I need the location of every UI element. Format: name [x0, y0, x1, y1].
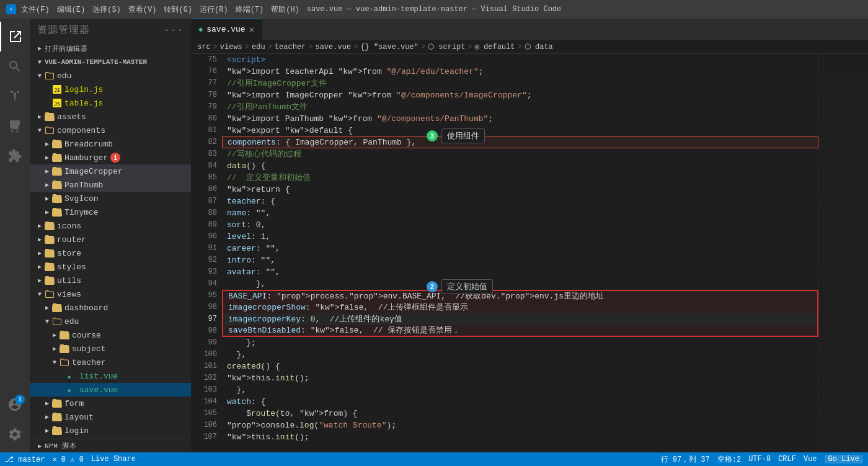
breadcrumb-item-5[interactable]: {} "save.vue" — [360, 43, 418, 52]
tree-item-styles[interactable]: styles — [30, 260, 191, 274]
tree-item-edu2[interactable]: edu — [30, 315, 191, 328]
search-icon[interactable] — [0, 52, 30, 81]
menu-item[interactable]: 帮助(H) — [271, 4, 299, 15]
tree-item-login[interactable]: login — [30, 424, 191, 436]
menu-item[interactable]: 转到(G) — [164, 4, 192, 15]
code-line-84[interactable]: data() { — [222, 160, 818, 172]
language-mode[interactable]: Vue — [804, 455, 817, 464]
code-line-98[interactable]: saveBtnDisabled: "kw">false, // 保存按钮是否禁用… — [222, 325, 818, 337]
title-bar-left: ⚡ 文件(F)编辑(E)选择(S)查看(V)转到(G)运行(R)终端(T)帮助(… — [6, 4, 299, 15]
tree-item-PanThumb[interactable]: PanThumb — [30, 178, 191, 192]
project-root[interactable]: VUE-ADMIN-TEMPLATE-MASTER — [30, 55, 191, 69]
menu-item[interactable]: 选择(S) — [92, 4, 121, 15]
debug-icon[interactable] — [0, 111, 30, 141]
code-line-86[interactable]: "kw">return { — [222, 184, 818, 195]
tree-item-layout[interactable]: layout — [30, 410, 191, 424]
code-line-75[interactable]: <script> — [222, 54, 818, 66]
breadcrumb-item-0[interactable]: src — [197, 43, 211, 52]
code-line-77[interactable]: //引用ImageCropper文件 — [222, 78, 818, 89]
code-line-92[interactable]: intro: "", — [222, 254, 818, 266]
breadcrumb-item-4[interactable]: save.vue — [315, 43, 351, 52]
menu-item[interactable]: 编辑(E) — [57, 4, 86, 15]
tree-item-course[interactable]: course — [30, 328, 191, 342]
code-line-100[interactable]: }, — [222, 349, 818, 361]
code-line-107[interactable]: "kw">this.init(); — [222, 431, 818, 443]
tree-item-views[interactable]: views — [30, 287, 191, 301]
menu-item[interactable]: 查看(V) — [128, 4, 157, 15]
menu-item[interactable]: 运行(R) — [200, 4, 228, 15]
breadcrumb-item-7[interactable]: ◎ default — [475, 42, 515, 52]
tree-item-table.js[interactable]: JStable.js — [30, 96, 191, 110]
tab-bar: ◆ save.vue ✕ — [191, 19, 868, 40]
save-vue-tab[interactable]: ◆ save.vue ✕ — [191, 19, 262, 40]
code-line-90[interactable]: level: 1, — [222, 231, 818, 243]
account-badge: 3 — [15, 395, 25, 405]
code-line-102[interactable]: "kw">this.init(); — [222, 372, 818, 384]
code-line-85[interactable]: // 定义变量和初始值 — [222, 172, 818, 184]
tree-item-subject[interactable]: subject — [30, 342, 191, 356]
tree-item-edu[interactable]: edu — [30, 69, 191, 83]
menu-item[interactable]: 文件(F) — [21, 4, 50, 15]
code-line-78[interactable]: "kw">import ImageCropper "kw">from "@/co… — [222, 89, 818, 101]
menu-item[interactable]: 终端(T) — [236, 4, 264, 15]
tree-item-icons[interactable]: icons — [30, 219, 191, 233]
tree-item-assets[interactable]: assets — [30, 110, 191, 123]
breadcrumb-item-2[interactable]: edu — [252, 43, 265, 52]
code-line-76[interactable]: "kw">import teacherApi "kw">from "@/api/… — [222, 66, 818, 78]
go-live-button[interactable]: Go Live — [825, 455, 863, 464]
tree-item-form[interactable]: form — [30, 397, 191, 410]
code-line-88[interactable]: name: "", — [222, 207, 818, 219]
tab-close-icon[interactable]: ✕ — [249, 24, 254, 35]
tree-item-Hamburger[interactable]: Hamburger1 — [30, 151, 191, 164]
breadcrumb-item-3[interactable]: teacher — [275, 43, 306, 52]
tree-item-save.vue[interactable]: ◆save.vue — [30, 383, 191, 397]
tree-item-Tinymce[interactable]: Tinymce — [30, 205, 191, 219]
line-number: 87 — [191, 195, 217, 207]
code-line-80[interactable]: "kw">import PanThumb "kw">from "@/compon… — [222, 113, 818, 125]
tree-item-store[interactable]: store — [30, 246, 191, 260]
live-share-button[interactable]: Live Share — [91, 455, 136, 464]
code-line-105[interactable]: $route(to, "kw">from) { — [222, 408, 818, 419]
tree-item-list.vue[interactable]: ◆list.vue — [30, 369, 191, 383]
code-line-79[interactable]: //引用PanThumb文件 — [222, 101, 818, 113]
code-line-89[interactable]: sort: 0, — [222, 219, 818, 231]
code-content[interactable]: <script>"kw">import teacherApi "kw">from… — [222, 54, 818, 452]
breadcrumb-item-6[interactable]: ⬡ script — [428, 42, 465, 52]
line-number: 96 — [191, 302, 217, 313]
tree-item-login.js[interactable]: JSlogin.js — [30, 83, 191, 96]
tree-item-SvgIcon[interactable]: SvgIcon — [30, 192, 191, 205]
code-line-106[interactable]: "prop">console.log("watch $route"); — [222, 419, 818, 431]
code-line-97[interactable]: imagecropperKey: 0, //上传组件的key值 — [222, 313, 818, 325]
extensions-icon[interactable] — [0, 141, 30, 171]
code-line-99[interactable]: }; — [222, 337, 818, 349]
tree-item-utils[interactable]: utils — [30, 274, 191, 287]
code-line-93[interactable]: avatar: "", — [222, 266, 818, 278]
code-line-87[interactable]: teacher: { — [222, 195, 818, 207]
code-line-82[interactable]: components: { ImageCropper, PanThumb }, — [222, 137, 818, 148]
code-line-104[interactable]: watch: { — [222, 396, 818, 408]
npm-scripts[interactable]: NPM 脚本 — [30, 439, 191, 452]
settings-icon[interactable] — [0, 419, 30, 449]
account-icon[interactable]: 3 — [0, 390, 30, 419]
tree-item-router[interactable]: router — [30, 233, 191, 246]
tree-item-components[interactable]: components — [30, 123, 191, 137]
breadcrumb-item-1[interactable]: views — [220, 43, 242, 52]
tree-label: views — [57, 290, 81, 299]
tree-item-ImageCropper[interactable]: ImageCropper — [30, 164, 191, 178]
tree-item-teacher[interactable]: teacher — [30, 356, 191, 369]
folder-arrow — [50, 344, 60, 354]
code-line-94[interactable]: }, — [222, 278, 818, 290]
code-line-83[interactable]: //写核心代码的过程 — [222, 148, 818, 160]
tree-item-Breadcrumb[interactable]: Breadcrumb — [30, 137, 191, 151]
sidebar-more-icon[interactable]: ··· — [164, 25, 184, 36]
source-control-icon[interactable] — [0, 81, 30, 111]
code-line-95[interactable]: BASE_API: "prop">process."prop">env.BASE… — [222, 290, 818, 302]
code-line-81[interactable]: "kw">export "kw">default { — [222, 125, 818, 137]
tree-item-dashboard[interactable]: dashboard — [30, 301, 191, 315]
code-line-101[interactable]: created() { — [222, 361, 818, 372]
open-editors-section[interactable]: 打开的编辑器 — [30, 42, 191, 55]
explorer-icon[interactable] — [0, 22, 30, 52]
code-line-96[interactable]: imagecropperShow: "kw">false, //上传弹框组件是否… — [222, 302, 818, 313]
code-line-103[interactable]: }, — [222, 384, 818, 396]
code-line-91[interactable]: career: "", — [222, 243, 818, 254]
